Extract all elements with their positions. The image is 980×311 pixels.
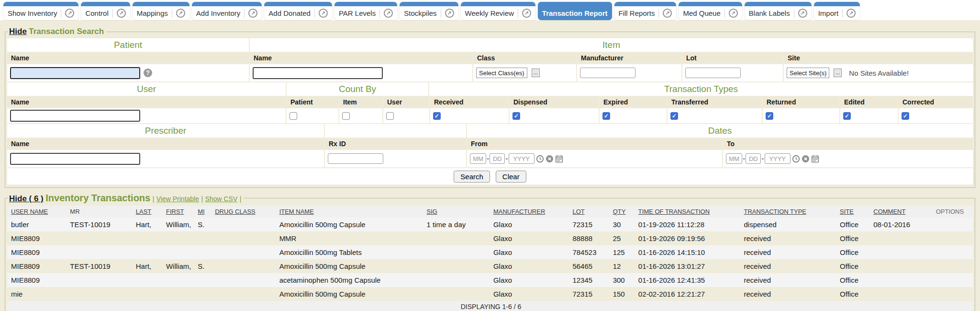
class-select[interactable]: Select Class(es) [476, 68, 527, 78]
user-name-input[interactable] [10, 110, 140, 122]
table-row: MIE8809 Amoxicillin 500mg Tablets Glaxo … [7, 245, 973, 259]
item-name-input[interactable] [253, 67, 383, 79]
column-header-manufacturer[interactable]: MANUFACTURER [490, 206, 568, 218]
tab-transaction-report[interactable]: Transaction Report [538, 2, 612, 20]
from-clear-icon[interactable] [546, 155, 554, 163]
external-link-icon[interactable]: ↗ [663, 9, 672, 18]
tab-fill-reports[interactable]: Fill Reports↗ [614, 2, 677, 20]
date-from-label: From [467, 138, 722, 149]
count-by-user-checkbox[interactable] [386, 112, 394, 120]
external-link-icon[interactable]: ↗ [65, 9, 74, 18]
column-header-comment[interactable]: COMMENT [869, 206, 932, 218]
clear-button[interactable]: Clear [496, 171, 526, 183]
cell-drug-class [211, 273, 275, 287]
cell-mr [66, 245, 132, 259]
type-returned-checkbox[interactable] [766, 112, 773, 120]
tab-show-inventory[interactable]: Show Inventory↗ [3, 2, 78, 20]
to-day-input[interactable]: DD [746, 153, 761, 164]
tab-weekly-review[interactable]: Weekly Review↗ [461, 2, 535, 20]
to-month-input[interactable]: MM [726, 153, 742, 164]
tab-par-levels[interactable]: PAR Levels↗ [334, 2, 397, 20]
show-csv-link[interactable]: Show CSV [205, 195, 238, 203]
results-panel-title: Inventory Transactions [45, 193, 150, 203]
cell-mr [66, 273, 132, 287]
external-link-icon[interactable]: ↗ [729, 9, 738, 18]
column-header-lot[interactable]: LOT [568, 206, 609, 218]
external-link-icon[interactable]: ↗ [176, 9, 185, 18]
cell-drug-class [211, 245, 275, 259]
to-clear-icon[interactable] [802, 155, 810, 163]
tab-blank-labels[interactable]: Blank Labels↗ [745, 2, 812, 20]
hide-search-link[interactable]: Hide [9, 27, 27, 36]
external-link-icon[interactable]: ↗ [117, 9, 126, 18]
cell-item-name: Amoxicillin 500mg Capsule [276, 218, 423, 231]
lot-input[interactable] [685, 68, 741, 78]
tab-mappings[interactable]: Mappings↗ [133, 2, 189, 20]
from-year-input[interactable]: YYYY [509, 153, 535, 164]
tab-label: Show Inventory [8, 9, 57, 17]
hide-results-link[interactable]: Hide ( 6 ) [9, 194, 44, 203]
column-header-sig[interactable]: SIG [423, 206, 490, 218]
external-link-icon[interactable]: ↗ [798, 9, 807, 18]
type-transferred-checkbox[interactable] [670, 112, 678, 120]
manufacturer-input[interactable] [580, 68, 635, 78]
table-footer-row: DISPLAYING 1-6 / 6 [7, 301, 973, 311]
type-received-checkbox[interactable] [433, 112, 441, 120]
external-link-icon[interactable]: ↗ [846, 9, 856, 18]
tab-add-donated[interactable]: Add Donated↗ [264, 2, 332, 20]
count-by-patient-checkbox[interactable] [290, 112, 297, 120]
tab-divider [61, 9, 61, 18]
to-time-icon[interactable] [792, 155, 800, 163]
from-month-input[interactable]: MM [470, 153, 486, 164]
to-calendar-icon[interactable] [811, 155, 819, 163]
to-year-input[interactable]: YYYY [765, 153, 791, 164]
view-printable-link[interactable]: View Printable [156, 195, 199, 203]
cell-item-name: MMR [276, 231, 423, 245]
search-button[interactable]: Search [454, 171, 490, 183]
type-expired-checkbox[interactable] [602, 112, 610, 120]
column-header-drug-class[interactable]: DRUG CLASS [211, 206, 275, 218]
from-calendar-icon[interactable] [555, 155, 563, 163]
table-header-row: USER NAME MR LAST FIRST MI DRUG CLASS IT… [7, 206, 973, 218]
site-select-ellipsis-button[interactable]: ... [834, 69, 842, 77]
column-header-site[interactable]: SITE [836, 206, 869, 218]
type-corrected-checkbox[interactable] [902, 112, 909, 120]
external-link-icon[interactable]: ↗ [384, 9, 393, 18]
tab-control[interactable]: Control↗ [81, 2, 130, 20]
tab-import[interactable]: Import↗ [814, 2, 860, 20]
cell-type: dispensed [740, 218, 836, 231]
tab-label: Import [818, 9, 839, 17]
cell-options [932, 245, 973, 259]
tab-label: Blank Labels [749, 9, 790, 17]
column-header-qty[interactable]: QTY [609, 206, 635, 218]
column-header-time-of-transaction[interactable]: TIME OF TRANSACTION [635, 206, 740, 218]
column-header-item-name[interactable]: ITEM NAME [276, 206, 423, 218]
class-select-ellipsis-button[interactable]: ... [532, 69, 540, 77]
external-link-icon[interactable]: ↗ [522, 9, 531, 18]
tab-add-inventory[interactable]: Add Inventory↗ [192, 2, 262, 20]
external-link-icon[interactable]: ↗ [248, 9, 257, 18]
patient-name-input[interactable] [10, 67, 140, 79]
column-header-user-name[interactable]: USER NAME [7, 206, 66, 218]
tab-roof [133, 2, 189, 6]
cell-qty: 25 [609, 231, 635, 245]
column-header-mi[interactable]: MI [194, 206, 211, 218]
external-link-icon[interactable]: ↗ [445, 9, 454, 18]
column-header-last[interactable]: LAST [132, 206, 162, 218]
help-icon[interactable]: ? [144, 69, 152, 77]
type-edited-checkbox[interactable] [843, 112, 851, 120]
cell-time: 01-16-2026 14:15:10 [635, 245, 740, 259]
count-by-item-checkbox[interactable] [342, 112, 350, 120]
type-dispensed-checkbox[interactable] [512, 112, 520, 120]
tab-med-queue[interactable]: Med Queue↗ [679, 2, 742, 20]
top-tab-bar: Show Inventory↗ Control↗ Mappings↗ Add I… [0, 0, 980, 20]
from-day-input[interactable]: DD [490, 153, 505, 164]
from-time-icon[interactable] [536, 155, 544, 163]
external-link-icon[interactable]: ↗ [319, 9, 328, 18]
column-header-transaction-type[interactable]: TRANSACTION TYPE [740, 206, 836, 218]
rx-id-input[interactable] [328, 153, 383, 164]
prescriber-name-input[interactable] [10, 153, 140, 165]
tab-stockpiles[interactable]: Stockpiles↗ [400, 2, 458, 20]
column-header-first[interactable]: FIRST [162, 206, 194, 218]
site-select[interactable]: Select Site(s) [787, 68, 829, 78]
